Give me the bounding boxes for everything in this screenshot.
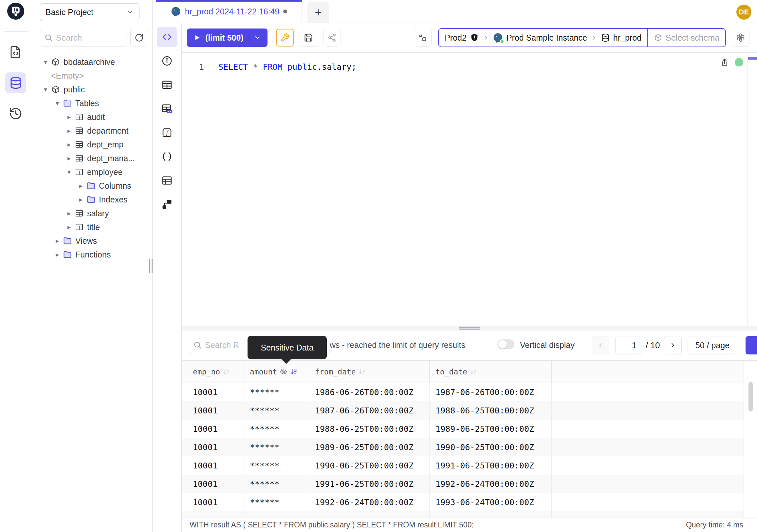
table-cell[interactable]: 1991-06-25T00:00:00Z xyxy=(309,475,430,493)
new-tab-button[interactable]: + xyxy=(308,2,329,23)
next-page-button[interactable] xyxy=(664,336,682,355)
tree-item-tables[interactable]: ▾Tables xyxy=(31,96,152,110)
editor-rail-schema-diagram[interactable] xyxy=(157,194,177,215)
table-cell[interactable]: 1990-06-25T00:00:00Z xyxy=(430,438,552,456)
table-cell[interactable]: ****** xyxy=(244,438,309,456)
nav-rail-worksheet[interactable] xyxy=(5,42,26,63)
table-cell[interactable]: 1993-06-24T00:00:00Z xyxy=(309,511,430,517)
editor-rail-table[interactable] xyxy=(157,75,177,95)
caret-expanded-icon[interactable]: ▾ xyxy=(41,58,50,66)
table-row[interactable]: 10001******1987-06-26T00:00:00Z1988-06-2… xyxy=(182,401,757,420)
project-select[interactable]: Basic Project xyxy=(40,3,139,21)
editor-rail-table-link[interactable] xyxy=(157,99,177,119)
upload-icon[interactable] xyxy=(720,57,730,67)
column-header-from_date[interactable]: from_date xyxy=(309,361,430,383)
caret-collapsed-icon[interactable]: ▸ xyxy=(65,223,73,231)
breadcrumb-main[interactable]: Prod2 Prod Sample Instance hr_prod xyxy=(439,32,647,43)
table-cell[interactable]: 1989-06-25T00:00:00Z xyxy=(430,420,552,438)
caret-collapsed-icon[interactable]: ▸ xyxy=(65,209,73,217)
table-cell[interactable]: 10001 xyxy=(182,511,244,517)
editor-rail-code[interactable] xyxy=(157,27,177,47)
column-header-to_date[interactable]: to_date xyxy=(430,361,552,383)
tree-item-title[interactable]: ▸title xyxy=(31,220,152,234)
column-header-amount[interactable]: amount xyxy=(244,361,309,383)
caret-collapsed-icon[interactable]: ▸ xyxy=(65,154,73,162)
table-row[interactable]: 10001******1992-06-24T00:00:00Z1993-06-2… xyxy=(182,493,757,511)
prev-page-button[interactable] xyxy=(591,336,609,355)
table-cell[interactable]: 10001 xyxy=(182,493,244,511)
chevron-down-icon[interactable] xyxy=(254,34,261,41)
caret-expanded-icon[interactable]: ▾ xyxy=(65,168,73,176)
table-cell[interactable]: 1992-06-24T00:00:00Z xyxy=(309,493,430,511)
editor-rail-info[interactable] xyxy=(157,51,177,71)
user-avatar[interactable]: DE xyxy=(736,5,751,20)
caret-collapsed-icon[interactable]: ▸ xyxy=(76,182,85,190)
tree-item-functions[interactable]: ▸Functions xyxy=(31,248,152,262)
tree-item-views[interactable]: ▸Views xyxy=(31,234,152,248)
export-button[interactable] xyxy=(745,336,757,355)
table-cell[interactable]: 1990-06-25T00:00:00Z xyxy=(309,456,430,475)
refresh-button[interactable] xyxy=(130,29,148,47)
caret-collapsed-icon[interactable]: ▸ xyxy=(65,127,73,135)
table-cell[interactable]: 10001 xyxy=(182,456,244,475)
connection-breadcrumb[interactable]: Prod2 Prod Sample Instance hr_prod Selec… xyxy=(438,28,726,47)
run-query-button[interactable]: (limit 500) xyxy=(187,28,267,47)
column-header-emp_no[interactable]: emp_no xyxy=(182,361,244,383)
tree-item-department[interactable]: ▸department xyxy=(31,124,152,138)
caret-collapsed-icon[interactable]: ▸ xyxy=(76,196,85,203)
table-cell[interactable]: 1988-06-25T00:00:00Z xyxy=(430,401,552,420)
table-cell[interactable]: 10001 xyxy=(182,438,244,456)
tree-item-dept-mana-[interactable]: ▸dept_mana... xyxy=(31,151,152,165)
caret-collapsed-icon[interactable]: ▸ xyxy=(53,237,62,245)
table-cell[interactable]: ****** xyxy=(244,401,309,420)
caret-collapsed-icon[interactable]: ▸ xyxy=(53,251,62,259)
select-schema-button[interactable]: Select schema xyxy=(648,33,725,43)
table-cell[interactable]: 1986-06-26T00:00:00Z xyxy=(309,383,430,401)
table-row[interactable]: 10001******1993-06-24T00:00:00Z1994-06-2… xyxy=(182,511,757,517)
table-row[interactable]: 10001******1986-06-26T00:00:00Z1987-06-2… xyxy=(182,383,757,401)
table-cell[interactable]: ****** xyxy=(244,511,309,517)
table-row[interactable]: 10001******1991-06-25T00:00:00Z1992-06-2… xyxy=(182,475,757,493)
connection-icon-button[interactable] xyxy=(414,29,432,47)
bytebase-logo-icon[interactable] xyxy=(7,3,24,20)
tree-item-audit[interactable]: ▸audit xyxy=(31,110,152,124)
table-scrollbar[interactable] xyxy=(743,361,757,517)
tree-item-salary[interactable]: ▸salary xyxy=(31,206,152,220)
table-cell[interactable]: 10001 xyxy=(182,401,244,420)
caret-expanded-icon[interactable]: ▾ xyxy=(41,85,50,93)
table-row[interactable]: 10001******1988-06-25T00:00:00Z1989-06-2… xyxy=(182,420,757,438)
table-cell[interactable]: 1987-06-26T00:00:00Z xyxy=(309,401,430,420)
nav-rail-history[interactable] xyxy=(5,103,26,124)
sidebar-search-input[interactable] xyxy=(56,33,115,43)
table-row[interactable]: 10001******1990-06-25T00:00:00Z1991-06-2… xyxy=(182,456,757,475)
table-cell[interactable]: 10001 xyxy=(182,383,244,401)
editor-rail-parentheses[interactable] xyxy=(157,146,177,167)
page-size-select[interactable]: 50 / page xyxy=(687,336,737,355)
table-cell[interactable]: ****** xyxy=(244,475,309,493)
format-sql-button[interactable] xyxy=(276,29,294,47)
tree-item-employee[interactable]: ▾employee xyxy=(31,165,152,179)
tree-item-public[interactable]: ▾public xyxy=(31,82,152,96)
ai-assistant-button[interactable] xyxy=(732,29,749,47)
scrollbar-thumb[interactable] xyxy=(748,382,753,411)
vertical-display-toggle[interactable] xyxy=(497,339,514,349)
table-cell[interactable]: ****** xyxy=(244,456,309,475)
tree-item--empty-[interactable]: <Empty> xyxy=(31,69,152,82)
page-number-input[interactable] xyxy=(615,336,641,355)
table-cell[interactable]: 10001 xyxy=(182,420,244,438)
save-button[interactable] xyxy=(300,29,317,47)
tree-item-dept-emp[interactable]: ▸dept_emp xyxy=(31,138,152,151)
share-button[interactable] xyxy=(323,29,341,47)
table-cell[interactable]: 1988-06-25T00:00:00Z xyxy=(309,420,430,438)
editor-scrollbar[interactable] xyxy=(747,53,757,326)
table-cell[interactable]: 1987-06-26T00:00:00Z xyxy=(430,383,552,401)
editor-rail-function[interactable]: f xyxy=(157,122,177,143)
caret-expanded-icon[interactable]: ▾ xyxy=(53,99,62,107)
table-cell[interactable]: ****** xyxy=(244,383,309,401)
table-cell[interactable]: 1989-06-25T00:00:00Z xyxy=(309,438,430,456)
tab-hr-prod[interactable]: hr_prod 2024-11-22 16:49 xyxy=(156,0,302,23)
tree-item-indexes[interactable]: ▸Indexes xyxy=(31,193,152,206)
table-cell[interactable]: ****** xyxy=(244,493,309,511)
caret-collapsed-icon[interactable]: ▸ xyxy=(65,113,73,121)
table-cell[interactable]: 1991-06-25T00:00:00Z xyxy=(430,456,552,475)
